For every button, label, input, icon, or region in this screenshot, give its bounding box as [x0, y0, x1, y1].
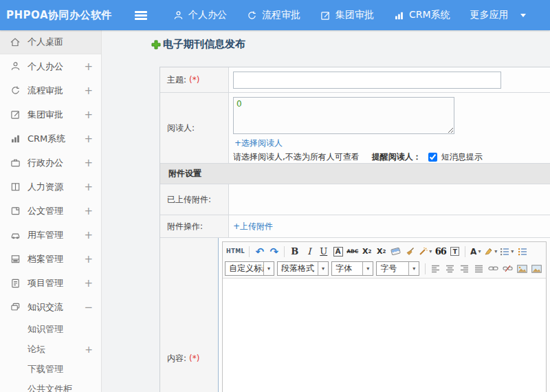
sidebar-item-crm-system[interactable]: CRM系统 + [0, 127, 101, 151]
align-left-button[interactable] [428, 261, 443, 276]
required-mark: (*) [189, 353, 199, 363]
unordered-list-button[interactable] [515, 244, 529, 259]
collapse-minus-icon[interactable]: − [84, 301, 93, 314]
blockquote-button[interactable]: 66 [433, 244, 448, 259]
highlight-color-button[interactable]: ▾ [483, 244, 498, 259]
expand-plus-icon[interactable]: + [84, 85, 93, 97]
redo-button[interactable]: ↷ [267, 244, 281, 259]
font-color-button[interactable]: A ▾ [468, 244, 483, 259]
paste-text-button[interactable]: T [448, 244, 462, 259]
app-window: PHPOA协同办公软件 个人办公 流程审批 集团审批 CRM系统 更多应用 [0, 0, 550, 392]
expand-plus-icon[interactable]: + [84, 157, 93, 169]
page-title: 电子期刊信息发布 [163, 38, 245, 51]
unordered-list-icon [518, 248, 527, 256]
paragraph-format-select[interactable]: 段落格式 ▾ [277, 261, 329, 276]
subject-input[interactable] [233, 72, 501, 89]
undo-button[interactable]: ↶ [252, 244, 267, 259]
toolbar-row-2: 自定义标题 ▾ 段落格式 ▾ 字体 ▾ [225, 260, 544, 277]
sidebar-subitem-download-management[interactable]: 下载管理 [0, 359, 101, 379]
sms-remind-checkbox[interactable] [428, 153, 437, 162]
readers-value-cell: 0 +选择阅读人 请选择阅读人,不选为所有人可查看 提醒阅读人： 短消息提示 [229, 93, 550, 163]
nav-personal-office[interactable]: 个人办公 [173, 9, 227, 21]
edit-icon [10, 109, 21, 120]
upload-attachment-link[interactable]: +上传附件 [233, 221, 273, 232]
italic-button[interactable]: I [302, 244, 316, 259]
ordered-list-button[interactable]: ▾ [498, 244, 515, 259]
font-size-select[interactable]: 字号 ▾ [376, 261, 419, 276]
content-value-cell: HTML ↶ ↷ B I U A ABC X2 [219, 238, 550, 392]
nav-group-approval[interactable]: 集团审批 [320, 9, 374, 21]
hamburger-icon[interactable] [135, 11, 148, 19]
remind-readers-label: 提醒阅读人： [372, 151, 421, 163]
sidebar-item-vehicle-management[interactable]: 用车管理 + [0, 223, 101, 247]
nav-crm-system[interactable]: CRM系统 [394, 9, 450, 21]
underline-button[interactable]: U [316, 244, 331, 259]
caret-down-icon: ▾ [263, 262, 274, 275]
format-brush-button[interactable] [403, 244, 417, 259]
heading-select[interactable]: 自定义标题 ▾ [225, 261, 274, 276]
expand-plus-icon[interactable]: + [84, 109, 93, 121]
strikethrough-button[interactable]: ABC [345, 244, 360, 259]
uploaded-label-cell: 已上传附件: [160, 184, 229, 215]
align-center-button[interactable] [443, 261, 457, 276]
sidebar-item-workflow-approval[interactable]: 流程审批 + [0, 78, 101, 102]
main-content: 电子期刊信息发布 主题: (*) 阅读人: 0 +选择阅 [102, 30, 550, 392]
sidebar-item-document-management[interactable]: 公文管理 + [0, 199, 101, 223]
align-justify-icon [474, 265, 483, 273]
editor-content-area[interactable] [223, 279, 546, 392]
font-color-icon: A [470, 247, 476, 257]
align-justify-button[interactable] [472, 261, 486, 276]
sidebar-item-personal-desktop[interactable]: 个人桌面 [0, 30, 101, 54]
app-logo: PHPOA协同办公软件 [0, 9, 135, 22]
nav-more-apps[interactable]: 更多应用 [470, 9, 509, 21]
insert-image-button[interactable] [515, 261, 529, 276]
expand-plus-icon[interactable]: + [84, 133, 93, 145]
sidebar-item-group-approval[interactable]: 集团审批 + [0, 102, 101, 127]
plus-icon [151, 40, 161, 50]
readers-label-cell: 阅读人: [160, 93, 229, 163]
char-border-button[interactable]: A [331, 244, 345, 259]
caret-down-icon: ▾ [408, 262, 419, 275]
expand-plus-icon[interactable]: + [84, 277, 93, 290]
expand-plus-icon[interactable]: + [84, 205, 93, 217]
subscript-button[interactable]: X2 [374, 244, 388, 259]
bar-chart-icon [10, 133, 21, 144]
expand-plus-icon[interactable]: + [85, 344, 93, 355]
media-icon [531, 265, 542, 273]
align-center-icon [446, 265, 454, 273]
superscript-button[interactable]: X2 [360, 244, 374, 259]
bold-button[interactable]: B [287, 244, 302, 259]
quick-format-button[interactable]: ▾ [417, 244, 433, 259]
person-icon [10, 61, 21, 72]
readers-textarea[interactable]: 0 [233, 97, 454, 134]
sidebar-subitem-knowledge-management[interactable]: 知识管理 [0, 319, 101, 339]
sidebar-item-knowledge-exchange[interactable]: 知识交流 − [0, 295, 101, 319]
sidebar-subitem-forum[interactable]: 论坛 + [0, 339, 101, 359]
select-readers-link[interactable]: +选择阅读人 [234, 138, 283, 149]
font-family-select[interactable]: 字体 ▾ [331, 261, 373, 276]
sidebar-item-personal-office[interactable]: 个人办公 + [0, 54, 101, 78]
nav-workflow-approval[interactable]: 流程审批 [247, 9, 300, 21]
html-source-button[interactable]: HTML [225, 244, 246, 259]
sidebar-item-archive-management[interactable]: 档案管理 + [0, 247, 101, 271]
sidebar-item-project-management[interactable]: 项目管理 + [0, 271, 101, 295]
top-nav: 个人办公 流程审批 集团审批 CRM系统 更多应用 [173, 9, 526, 21]
insert-media-button[interactable] [529, 261, 544, 276]
sidebar-item-admin-office[interactable]: 行政办公 + [0, 151, 101, 175]
remove-format-button[interactable] [388, 244, 403, 259]
expand-plus-icon[interactable]: + [84, 61, 93, 73]
sidebar-subitem-public-file-cabinet[interactable]: 公共文件柜 [0, 379, 101, 392]
highlight-pen-icon [484, 247, 493, 256]
expand-plus-icon[interactable]: + [84, 181, 93, 193]
caret-down-icon[interactable] [520, 14, 526, 20]
sidebar-item-human-resources[interactable]: 人力资源 + [0, 175, 101, 199]
insert-link-button[interactable] [486, 261, 500, 276]
eraser-icon [390, 247, 401, 255]
expand-plus-icon[interactable]: + [84, 229, 93, 241]
align-right-button[interactable] [457, 261, 472, 276]
unlink-button[interactable] [500, 261, 515, 276]
archive-icon [10, 254, 21, 265]
expand-plus-icon[interactable]: + [84, 253, 93, 265]
uploaded-label: 已上传附件: [167, 194, 211, 206]
editor-toolbar: HTML ↶ ↷ B I U A ABC X2 [223, 242, 546, 279]
